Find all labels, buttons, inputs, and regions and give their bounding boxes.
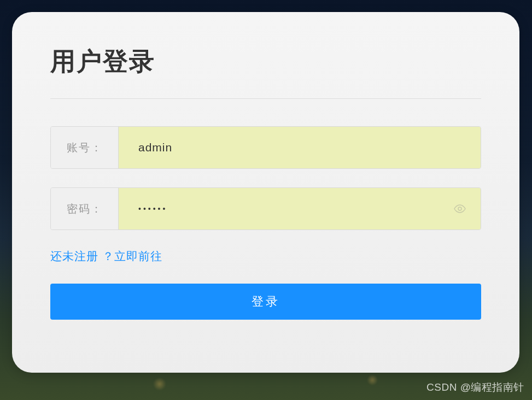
register-link[interactable]: 还未注册 ？立即前往 [50,249,162,264]
login-button[interactable]: 登录 [50,284,481,320]
password-field-group: 密码： [50,187,481,230]
divider [50,98,481,99]
watermark: CSDN @编程指南针 [426,380,524,395]
username-input[interactable] [119,127,481,168]
username-input-wrap [119,127,481,168]
login-card: 用户登录 账号： 密码： 还未注册 ？立即前往 登录 [12,12,519,373]
password-label: 密码： [51,188,119,230]
password-input[interactable] [119,188,481,230]
username-label: 账号： [51,127,119,168]
svg-point-0 [458,207,461,210]
password-input-wrap [119,188,481,230]
username-field-group: 账号： [50,126,481,169]
page-title: 用户登录 [50,45,481,79]
eye-icon[interactable] [453,202,466,215]
